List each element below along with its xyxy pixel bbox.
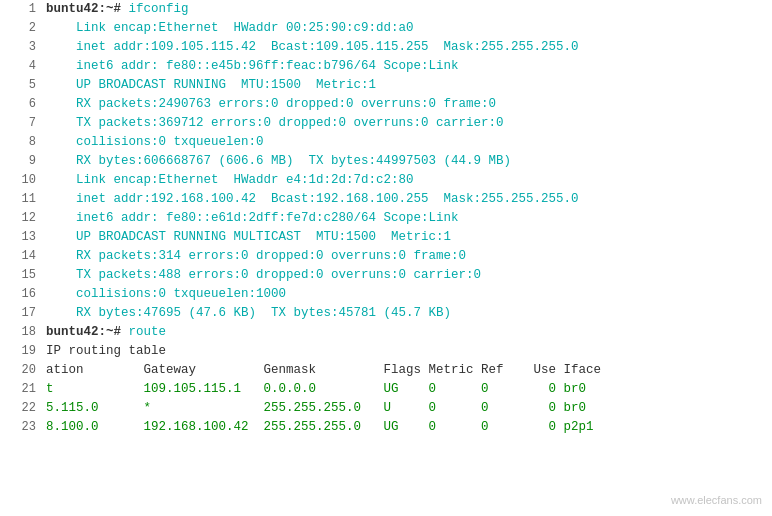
line-text: UP BROADCAST RUNNING MULTICAST MTU:1500 … — [46, 228, 451, 247]
line-text: inet addr:109.105.115.42 Bcast:109.105.1… — [46, 38, 579, 57]
line-number: 6 — [8, 95, 36, 114]
terminal-line: 7 TX packets:369712 errors:0 dropped:0 o… — [0, 114, 772, 133]
terminal-line: 18buntu42:~# route — [0, 323, 772, 342]
line-text: Link encap:Ethernet HWaddr 00:25:90:c9:d… — [46, 19, 414, 38]
terminal-line: 1buntu42:~# ifconfig — [0, 0, 772, 19]
terminal-line: 6 RX packets:2490763 errors:0 dropped:0 … — [0, 95, 772, 114]
terminal-line: 13 UP BROADCAST RUNNING MULTICAST MTU:15… — [0, 228, 772, 247]
line-text: TX packets:488 errors:0 dropped:0 overru… — [46, 266, 481, 285]
line-number: 2 — [8, 19, 36, 38]
line-text: collisions:0 txqueuelen:1000 — [46, 285, 286, 304]
line-text: RX packets:314 errors:0 dropped:0 overru… — [46, 247, 466, 266]
terminal-line: 238.100.0 192.168.100.42 255.255.255.0 U… — [0, 418, 772, 437]
terminal-line: 2 Link encap:Ethernet HWaddr 00:25:90:c9… — [0, 19, 772, 38]
line-number: 16 — [8, 285, 36, 304]
line-number: 14 — [8, 247, 36, 266]
terminal-line: 15 TX packets:488 errors:0 dropped:0 ove… — [0, 266, 772, 285]
line-text: RX bytes:606668767 (606.6 MB) TX bytes:4… — [46, 152, 511, 171]
line-text: collisions:0 txqueuelen:0 — [46, 133, 264, 152]
line-number: 11 — [8, 190, 36, 209]
line-text: inet6 addr: fe80::e61d:2dff:fe7d:c280/64… — [46, 209, 459, 228]
terminal-line: 11 inet addr:192.168.100.42 Bcast:192.16… — [0, 190, 772, 209]
line-number: 17 — [8, 304, 36, 323]
terminal-content: 1buntu42:~# ifconfig2 Link encap:Etherne… — [0, 0, 772, 437]
line-number: 21 — [8, 380, 36, 399]
line-number: 1 — [8, 0, 36, 19]
terminal-line: 225.115.0 * 255.255.255.0 U 0 0 0 br0 — [0, 399, 772, 418]
line-text: 8.100.0 192.168.100.42 255.255.255.0 UG … — [46, 418, 594, 437]
line-text: IP routing table — [46, 342, 166, 361]
line-number: 7 — [8, 114, 36, 133]
terminal-line: 14 RX packets:314 errors:0 dropped:0 ove… — [0, 247, 772, 266]
line-number: 23 — [8, 418, 36, 437]
terminal-line: 10 Link encap:Ethernet HWaddr e4:1d:2d:7… — [0, 171, 772, 190]
terminal-line: 20ation Gateway Genmask Flags Metric Ref… — [0, 361, 772, 380]
line-number: 10 — [8, 171, 36, 190]
line-number: 22 — [8, 399, 36, 418]
terminal-line: 9 RX bytes:606668767 (606.6 MB) TX bytes… — [0, 152, 772, 171]
terminal-line: 3 inet addr:109.105.115.42 Bcast:109.105… — [0, 38, 772, 57]
line-text: t 109.105.115.1 0.0.0.0 UG 0 0 0 br0 — [46, 380, 586, 399]
line-number: 9 — [8, 152, 36, 171]
line-number: 20 — [8, 361, 36, 380]
terminal-line: 21t 109.105.115.1 0.0.0.0 UG 0 0 0 br0 — [0, 380, 772, 399]
line-text: RX packets:2490763 errors:0 dropped:0 ov… — [46, 95, 496, 114]
terminal-line: 5 UP BROADCAST RUNNING MTU:1500 Metric:1 — [0, 76, 772, 95]
line-text: RX bytes:47695 (47.6 KB) TX bytes:45781 … — [46, 304, 451, 323]
line-text: inet6 addr: fe80::e45b:96ff:feac:b796/64… — [46, 57, 459, 76]
terminal-line: 19IP routing table — [0, 342, 772, 361]
line-text: inet addr:192.168.100.42 Bcast:192.168.1… — [46, 190, 579, 209]
line-number: 15 — [8, 266, 36, 285]
line-text: buntu42:~# route — [46, 323, 166, 342]
line-number: 3 — [8, 38, 36, 57]
line-number: 18 — [8, 323, 36, 342]
line-number: 4 — [8, 57, 36, 76]
line-text: Link encap:Ethernet HWaddr e4:1d:2d:7d:c… — [46, 171, 414, 190]
terminal-line: 17 RX bytes:47695 (47.6 KB) TX bytes:457… — [0, 304, 772, 323]
line-text: buntu42:~# ifconfig — [46, 0, 189, 19]
line-number: 8 — [8, 133, 36, 152]
terminal-line: 8 collisions:0 txqueuelen:0 — [0, 133, 772, 152]
line-number: 12 — [8, 209, 36, 228]
terminal-line: 12 inet6 addr: fe80::e61d:2dff:fe7d:c280… — [0, 209, 772, 228]
line-number: 5 — [8, 76, 36, 95]
terminal-line: 16 collisions:0 txqueuelen:1000 — [0, 285, 772, 304]
line-text: 5.115.0 * 255.255.255.0 U 0 0 0 br0 — [46, 399, 586, 418]
watermark: www.elecfans.com — [671, 494, 762, 506]
terminal-window: 1buntu42:~# ifconfig2 Link encap:Etherne… — [0, 0, 772, 516]
line-text: UP BROADCAST RUNNING MTU:1500 Metric:1 — [46, 76, 376, 95]
terminal-line: 4 inet6 addr: fe80::e45b:96ff:feac:b796/… — [0, 57, 772, 76]
line-number: 13 — [8, 228, 36, 247]
line-number: 19 — [8, 342, 36, 361]
line-text: ation Gateway Genmask Flags Metric Ref U… — [46, 361, 601, 380]
line-text: TX packets:369712 errors:0 dropped:0 ove… — [46, 114, 504, 133]
